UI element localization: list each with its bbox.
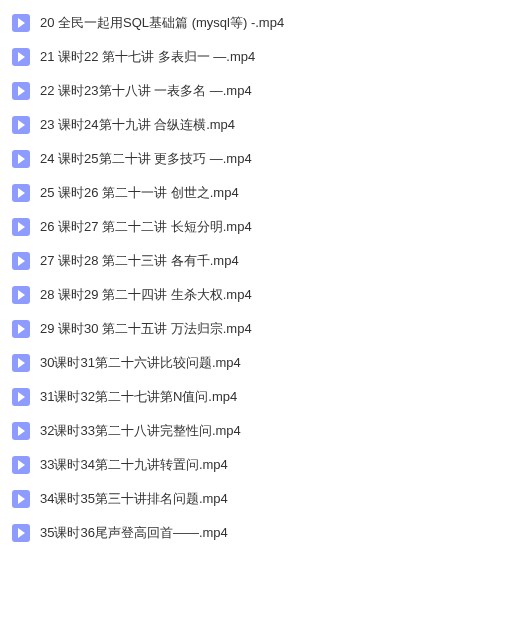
file-name: 27 课时28 第二十三讲 各有千.mp4 bbox=[40, 252, 239, 270]
video-file-icon bbox=[12, 422, 30, 440]
file-item[interactable]: 22 课时23第十八讲 一表多名 —.mp4 bbox=[0, 74, 519, 108]
video-file-icon bbox=[12, 14, 30, 32]
video-file-icon bbox=[12, 184, 30, 202]
video-file-icon bbox=[12, 150, 30, 168]
file-item[interactable]: 35课时36尾声登高回首——.mp4 bbox=[0, 516, 519, 550]
video-file-icon bbox=[12, 490, 30, 508]
video-file-icon bbox=[12, 388, 30, 406]
file-item[interactable]: 20 全民一起用SQL基础篇 (mysql等) -.mp4 bbox=[0, 6, 519, 40]
file-list: 20 全民一起用SQL基础篇 (mysql等) -.mp421 课时22 第十七… bbox=[0, 6, 519, 550]
file-name: 35课时36尾声登高回首——.mp4 bbox=[40, 524, 228, 542]
file-item[interactable]: 21 课时22 第十七讲 多表归一 —.mp4 bbox=[0, 40, 519, 74]
video-file-icon bbox=[12, 218, 30, 236]
file-item[interactable]: 30课时31第二十六讲比较问题.mp4 bbox=[0, 346, 519, 380]
file-item[interactable]: 25 课时26 第二十一讲 创世之.mp4 bbox=[0, 176, 519, 210]
file-name: 21 课时22 第十七讲 多表归一 —.mp4 bbox=[40, 48, 255, 66]
file-name: 29 课时30 第二十五讲 万法归宗.mp4 bbox=[40, 320, 252, 338]
file-item[interactable]: 32课时33第二十八讲完整性问.mp4 bbox=[0, 414, 519, 448]
file-name: 32课时33第二十八讲完整性问.mp4 bbox=[40, 422, 241, 440]
file-name: 30课时31第二十六讲比较问题.mp4 bbox=[40, 354, 241, 372]
file-item[interactable]: 28 课时29 第二十四讲 生杀大权.mp4 bbox=[0, 278, 519, 312]
video-file-icon bbox=[12, 252, 30, 270]
file-name: 28 课时29 第二十四讲 生杀大权.mp4 bbox=[40, 286, 252, 304]
file-name: 34课时35第三十讲排名问题.mp4 bbox=[40, 490, 228, 508]
file-item[interactable]: 26 课时27 第二十二讲 长短分明.mp4 bbox=[0, 210, 519, 244]
file-name: 24 课时25第二十讲 更多技巧 —.mp4 bbox=[40, 150, 252, 168]
file-name: 23 课时24第十九讲 合纵连横.mp4 bbox=[40, 116, 235, 134]
file-name: 20 全民一起用SQL基础篇 (mysql等) -.mp4 bbox=[40, 14, 284, 32]
file-item[interactable]: 29 课时30 第二十五讲 万法归宗.mp4 bbox=[0, 312, 519, 346]
file-name: 31课时32第二十七讲第N值问.mp4 bbox=[40, 388, 237, 406]
file-item[interactable]: 27 课时28 第二十三讲 各有千.mp4 bbox=[0, 244, 519, 278]
file-name: 22 课时23第十八讲 一表多名 —.mp4 bbox=[40, 82, 252, 100]
video-file-icon bbox=[12, 354, 30, 372]
video-file-icon bbox=[12, 524, 30, 542]
video-file-icon bbox=[12, 456, 30, 474]
video-file-icon bbox=[12, 48, 30, 66]
file-item[interactable]: 34课时35第三十讲排名问题.mp4 bbox=[0, 482, 519, 516]
file-item[interactable]: 31课时32第二十七讲第N值问.mp4 bbox=[0, 380, 519, 414]
video-file-icon bbox=[12, 116, 30, 134]
video-file-icon bbox=[12, 82, 30, 100]
video-file-icon bbox=[12, 320, 30, 338]
file-item[interactable]: 23 课时24第十九讲 合纵连横.mp4 bbox=[0, 108, 519, 142]
file-name: 33课时34第二十九讲转置问.mp4 bbox=[40, 456, 228, 474]
file-name: 25 课时26 第二十一讲 创世之.mp4 bbox=[40, 184, 239, 202]
file-name: 26 课时27 第二十二讲 长短分明.mp4 bbox=[40, 218, 252, 236]
file-item[interactable]: 24 课时25第二十讲 更多技巧 —.mp4 bbox=[0, 142, 519, 176]
file-item[interactable]: 33课时34第二十九讲转置问.mp4 bbox=[0, 448, 519, 482]
video-file-icon bbox=[12, 286, 30, 304]
